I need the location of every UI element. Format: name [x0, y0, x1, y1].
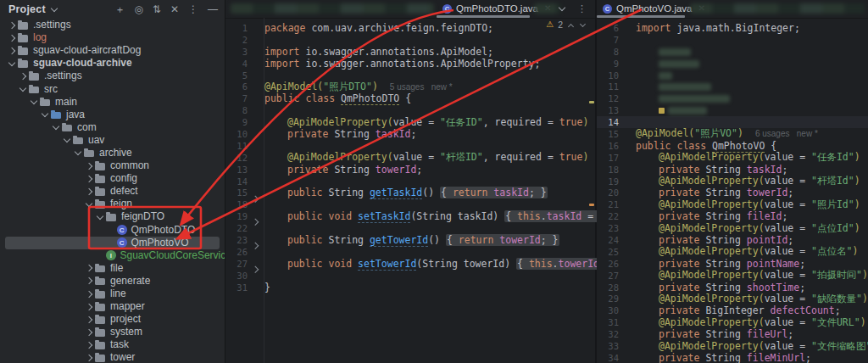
code-line-33[interactable]: 33@ApiModelProperty(value = "文件缩略图")2 us… — [597, 340, 868, 352]
code-line-12[interactable]: 12 — [597, 92, 868, 104]
line-number[interactable]: 11 — [225, 141, 248, 151]
tree-item-sguavcloudcoreservicefeign[interactable]: ISguavCloudCoreServiceFeign — [0, 249, 225, 262]
editor-pane-dto[interactable]: C QmPhotoDTO.java ✕ ⋮ ⚠ 2 1package com.u… — [225, 0, 597, 363]
project-tree[interactable]: .settingslogsguav-cloud-aircraftDogsguav… — [0, 19, 225, 363]
expand-all-icon[interactable]: ⇅ — [153, 4, 161, 14]
code-line-15[interactable]: 15@ApiModel("照片VO")6 usages new * — [597, 128, 868, 140]
tree-item-mapper[interactable]: mapper — [0, 300, 225, 313]
code-line-27[interactable]: 27public void setTowerId(String towerId)… — [225, 258, 595, 270]
chevron-down-icon[interactable] — [18, 84, 28, 94]
code-line-5[interactable]: 5 — [225, 70, 595, 81]
line-number[interactable]: 23 — [597, 223, 619, 233]
folded-code-chip[interactable]: { return towerId; } — [446, 234, 559, 246]
folded-code-chip[interactable]: { return taskId; } — [440, 187, 548, 198]
code-line-14[interactable]: 14 — [597, 116, 868, 128]
tree-item-log[interactable]: log — [0, 31, 225, 44]
code-line-26[interactable]: 26 — [225, 246, 595, 258]
code-line-8[interactable]: 8 — [597, 46, 868, 58]
line-number[interactable]: 16 — [597, 141, 619, 151]
line-number[interactable]: 14 — [597, 117, 619, 127]
line-number[interactable]: 6 — [597, 23, 619, 33]
hide-panel-icon[interactable]: — — [208, 4, 218, 14]
line-number[interactable]: 30 — [597, 305, 619, 316]
line-number[interactable]: 3 — [225, 47, 248, 57]
chevron-right-icon[interactable] — [84, 174, 94, 184]
line-number[interactable]: 20 — [597, 187, 619, 198]
line-number[interactable]: 15 — [225, 187, 248, 198]
line-number[interactable]: 29 — [597, 293, 619, 304]
code-line-8[interactable]: 8 — [225, 104, 595, 116]
line-number[interactable]: 18 — [225, 199, 248, 209]
code-line-4[interactable]: 4import io.swagger.annotations.ApiModelP… — [225, 58, 595, 70]
code-line-11[interactable]: 11 — [225, 140, 595, 152]
kebab-menu-icon[interactable]: ⋮ — [577, 4, 587, 14]
code-line-17[interactable]: 17@ApiModelProperty(value = "任务Id")2 usa… — [597, 152, 868, 164]
chevron-right-icon[interactable] — [84, 302, 94, 312]
tree-item-qmphotodto[interactable]: CQmPhotoDTO — [0, 224, 225, 237]
line-number[interactable]: 10 — [225, 129, 248, 139]
code-line-20[interactable]: 20private String towerId; — [597, 187, 868, 198]
tree-item-feign[interactable]: feign — [0, 198, 225, 210]
line-number[interactable]: 18 — [597, 165, 619, 175]
tree-item-tower[interactable]: tower — [0, 351, 225, 363]
line-number[interactable]: 28 — [597, 282, 619, 293]
line-number[interactable]: 9 — [225, 117, 248, 127]
tree-item-task[interactable]: task — [0, 338, 225, 351]
tree-item-archive[interactable]: archive — [0, 147, 225, 159]
code-line-10[interactable]: 10 — [597, 70, 868, 81]
code-line-13[interactable]: 13private String towerId; — [225, 164, 595, 176]
tree-item-generate[interactable]: generate — [0, 275, 225, 288]
line-number[interactable]: 26 — [597, 259, 619, 269]
code-line-9[interactable]: 9 — [597, 58, 868, 70]
line-number[interactable]: 5 — [225, 70, 248, 81]
code-line-10[interactable]: 10private String taskId; — [225, 128, 595, 140]
line-number[interactable]: 32 — [597, 329, 619, 339]
chevron-right-icon[interactable] — [7, 20, 17, 31]
code-line-23[interactable]: 23@ApiModelProperty(value = "点位Id")2 usa… — [597, 222, 868, 234]
code-line-6[interactable]: 6import java.math.BigInteger; — [597, 22, 868, 34]
tree-item-file[interactable]: file — [0, 262, 225, 275]
chevron-down-icon[interactable] — [29, 97, 39, 107]
tree-item-line[interactable]: line — [0, 288, 225, 300]
error-stripe-warning-tick[interactable] — [589, 101, 594, 103]
line-number[interactable]: 11 — [597, 81, 619, 92]
line-number[interactable]: 4 — [225, 59, 248, 69]
line-number[interactable]: 13 — [225, 165, 248, 175]
tree-item-com[interactable]: com — [0, 121, 225, 134]
line-number[interactable]: 2 — [225, 35, 248, 45]
chevron-right-icon[interactable] — [84, 340, 94, 350]
locate-file-icon[interactable]: ◎ — [134, 4, 142, 14]
code-line-22[interactable]: 22private String fileId; — [597, 210, 868, 222]
tree-item-defect[interactable]: defect — [0, 185, 225, 198]
line-number[interactable]: 24 — [597, 235, 619, 245]
error-stripe-warning-tick[interactable] — [589, 204, 594, 206]
code-line-23[interactable]: 23public String getTowerId() { return to… — [225, 234, 595, 246]
code-line-3[interactable]: 3import io.swagger.annotations.ApiModel; — [225, 46, 595, 58]
chevron-down-icon[interactable] — [7, 59, 17, 69]
tree-item-src[interactable]: src — [0, 82, 225, 95]
usages-inlay-hint[interactable]: 6 usages new * — [755, 129, 818, 138]
line-number[interactable]: 12 — [597, 93, 619, 103]
code-line-9[interactable]: 9@ApiModelProperty(value = "任务ID", requi… — [225, 116, 595, 128]
code-line-26[interactable]: 26private String pointName; — [597, 258, 868, 270]
line-number[interactable]: 8 — [225, 105, 248, 115]
code-line-29[interactable]: 29@ApiModelProperty(value = "缺陷数量")2 usa… — [597, 293, 868, 304]
line-number[interactable]: 30 — [225, 271, 248, 281]
line-number[interactable]: 27 — [225, 259, 248, 269]
tree-item-uav[interactable]: uav — [0, 134, 225, 147]
tree-item-config[interactable]: config — [0, 172, 225, 185]
line-number[interactable]: 31 — [597, 317, 619, 327]
chevron-down-icon[interactable] — [49, 4, 59, 14]
line-number[interactable]: 17 — [597, 153, 619, 163]
code-line-22[interactable]: 22 — [225, 222, 595, 234]
code-editor-dto[interactable]: 1package com.uav.archive.feign.feignDTO;… — [225, 22, 595, 363]
line-number[interactable]: 26 — [225, 247, 248, 257]
line-number[interactable]: 6 — [225, 81, 248, 92]
code-line-32[interactable]: 32private String fileUrl; — [597, 328, 868, 340]
tree-item-java[interactable]: java — [0, 109, 225, 121]
chevron-down-icon[interactable] — [84, 199, 94, 209]
chevron-right-icon[interactable] — [7, 33, 17, 43]
collapse-all-icon[interactable]: ✕ — [170, 4, 179, 14]
line-number[interactable]: 33 — [597, 341, 619, 351]
code-line-25[interactable]: 25@ApiModelProperty(value = "点位名")2 usag… — [597, 246, 868, 258]
